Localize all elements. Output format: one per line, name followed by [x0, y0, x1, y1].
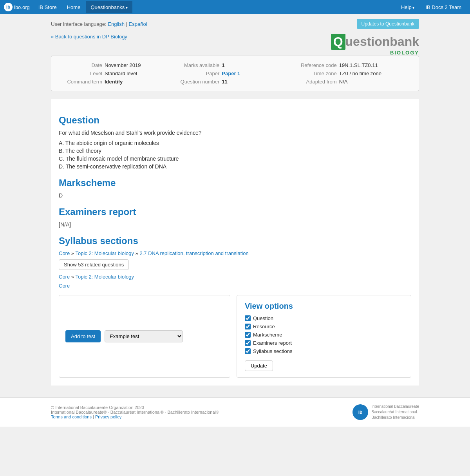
top-bar: User interface language: English | Españ… [51, 14, 419, 32]
show-related-button[interactable]: Show 53 related questions [59, 259, 129, 270]
command-value: Identify [105, 79, 123, 85]
checkbox-markscheme[interactable]: Markscheme [245, 332, 403, 338]
checkbox-examiners-report[interactable]: Examiners report [245, 340, 403, 346]
syllabus-breadcrumb-3: Core [59, 283, 411, 289]
nav-items: IB Store Home Questionbanks [34, 1, 132, 13]
footer-ib-logo-icon: ib [352, 404, 368, 420]
brand-link[interactable]: ib ibo.org [4, 3, 30, 11]
command-label: Command term [59, 79, 102, 85]
adapted-label: Adapted from [294, 79, 337, 85]
checkbox-syllabus-sections[interactable]: Syllabus sections [245, 348, 403, 354]
paper-label: Paper [176, 71, 219, 76]
checkbox-syllabus-sections-label: Syllabus sections [253, 348, 292, 354]
back-link[interactable]: « Back to questions in DP Biology [51, 34, 127, 40]
language-bar: User interface language: English | Españ… [51, 21, 147, 27]
option-b: B. The cell theory [59, 148, 411, 154]
meta-marks: Marks available 1 [176, 62, 293, 68]
lang-spanish[interactable]: Español [129, 21, 147, 27]
date-value: November 2019 [105, 62, 141, 68]
footer-org-names: International Baccalaureate® - Baccalaur… [51, 410, 219, 414]
syllabus-topic2-link-2[interactable]: Topic 2: Molecular biology [75, 274, 134, 280]
test-select[interactable]: Example test [105, 330, 183, 342]
date-label: Date [59, 62, 102, 68]
footer-terms-link[interactable]: Terms and conditions [51, 414, 92, 419]
checkbox-syllabus-sections-input[interactable] [245, 348, 251, 354]
timezone-value: TZ0 / no time zone [339, 71, 381, 76]
nav-right: Help IB Docs 2 Team [396, 1, 466, 13]
footer-text: © International Baccalaureate Organizati… [51, 405, 219, 419]
bottom-panel: Add to test Example test View options Qu… [59, 295, 411, 378]
question-num-label: Question number [176, 79, 219, 85]
level-value: Standard level [105, 71, 137, 76]
meta-level: Level Standard level [59, 71, 176, 76]
meta-refcode: Reference code 19N.1.SL.TZ0.11 [294, 62, 411, 68]
nav-ib-store[interactable]: IB Store [34, 1, 61, 13]
svg-text:ib: ib [358, 410, 363, 415]
logo-q-letter: Q [331, 34, 345, 50]
checkbox-examiners-report-label: Examiners report [253, 340, 292, 346]
syllabus-breadcrumb-1: Core » Topic 2: Molecular biology » 2.7 … [59, 250, 411, 256]
nav-help[interactable]: Help [396, 1, 419, 13]
question-text: For what did Meselson and Stahl's work p… [59, 130, 411, 136]
lang-english[interactable]: English [108, 21, 125, 27]
footer-org-line1: International Baccalaureate [371, 404, 419, 409]
ref-value: 19N.1.SL.TZ0.11 [339, 62, 378, 68]
footer-privacy-link[interactable]: Privacy policy [95, 414, 121, 419]
checkbox-resource-input[interactable] [245, 324, 251, 329]
checkbox-resource-label: Resource [253, 324, 275, 329]
update-button[interactable]: Update [245, 360, 273, 371]
marks-label: Marks available [176, 62, 219, 68]
examiners-report-text: [N/A] [59, 221, 411, 228]
syllabus-2-7-link[interactable]: 2.7 DNA replication, transcription and t… [139, 250, 248, 256]
footer-org-line3: Bachillerato Internacional [371, 415, 419, 420]
add-to-test-box: Add to test Example test [59, 295, 230, 378]
meta-timezone: Time zone TZ0 / no time zone [294, 71, 411, 76]
footer-inner: © International Baccalaureate Organizati… [47, 404, 423, 420]
header-area: Questionbank BIOLOGY « Back to questions… [51, 34, 419, 56]
view-options-heading: View options [245, 302, 403, 311]
nav-ib-docs-team[interactable]: IB Docs 2 Team [421, 1, 466, 13]
markscheme-answer: D [59, 192, 411, 199]
checkbox-examiners-report-input[interactable] [245, 340, 251, 346]
footer: © International Baccalaureate Organizati… [0, 397, 470, 427]
syllabus-core-link-1[interactable]: Core [59, 250, 70, 256]
logo-rest-text: uestionbank [345, 34, 419, 49]
syllabus-heading: Syllabus sections [59, 235, 411, 246]
question-num-value: 11 [222, 79, 227, 85]
checkbox-markscheme-input[interactable] [245, 332, 251, 338]
questionbank-logo: Questionbank BIOLOGY [331, 34, 419, 56]
question-heading: Question [59, 115, 411, 126]
paper-value: Paper 1 [222, 71, 240, 76]
add-to-test-button[interactable]: Add to test [65, 330, 101, 342]
ib-logo-icon: ib [4, 3, 13, 11]
ref-label: Reference code [294, 62, 337, 68]
checkbox-markscheme-label: Markscheme [253, 332, 282, 338]
footer-org-line2: Baccalauréat International. [371, 409, 419, 415]
footer-org-text: International Baccalaureate Baccalauréat… [371, 404, 419, 420]
option-a: A. The abiotic origin of organic molecul… [59, 140, 411, 146]
checkbox-question-label: Question [253, 315, 273, 321]
checkbox-question-input[interactable] [245, 315, 251, 321]
syllabus-core-link-3[interactable]: Core [59, 283, 70, 289]
lang-prefix: User interface language: [51, 21, 107, 27]
meta-paper: Paper Paper 1 [176, 71, 293, 76]
checkbox-resource[interactable]: Resource [245, 324, 403, 329]
meta-question-num: Question number 11 [176, 79, 293, 85]
examiners-report-heading: Examiners report [59, 206, 411, 217]
meta-date: Date November 2019 [59, 62, 176, 68]
syllabus-breadcrumb-2: Core » Topic 2: Molecular biology [59, 274, 411, 280]
ib-circle-logo-svg: ib [355, 407, 366, 418]
question-meta-box: Date November 2019 Marks available 1 Ref… [51, 56, 419, 91]
question-section: Question For what did Meselson and Stahl… [51, 99, 419, 386]
footer-copyright: © International Baccalaureate Organizati… [51, 405, 219, 410]
markscheme-heading: Markscheme [59, 177, 411, 188]
nav-home[interactable]: Home [62, 1, 85, 13]
syllabus-core-link-2[interactable]: Core [59, 274, 70, 280]
view-options-box: View options Question Resource Markschem… [237, 295, 411, 378]
checkbox-question[interactable]: Question [245, 315, 403, 321]
nav-questionbanks[interactable]: Questionbanks [86, 1, 132, 13]
syllabus-topic2-link-1[interactable]: Topic 2: Molecular biology [75, 250, 134, 256]
meta-command: Command term Identify [59, 79, 176, 85]
logo-subtitle: BIOLOGY [331, 50, 419, 56]
updates-button[interactable]: Updates to Questionbank [357, 19, 419, 29]
